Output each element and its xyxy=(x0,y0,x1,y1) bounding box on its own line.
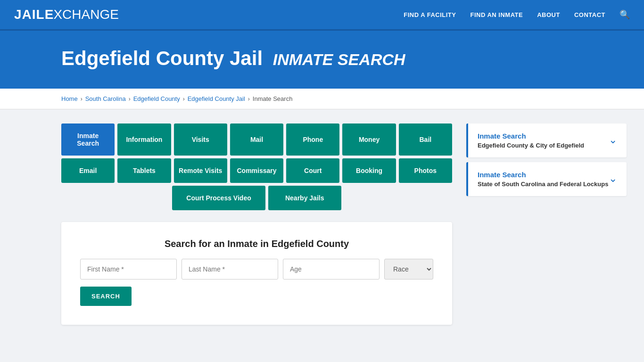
btn-money[interactable]: Money xyxy=(342,123,396,156)
sidebar-item-2[interactable]: Inmate Search State of South Carolina an… xyxy=(466,162,627,196)
search-form-title: Search for an Inmate in Edgefield County xyxy=(80,239,433,249)
nav-find-facility-link[interactable]: FIND A FACILITY xyxy=(404,11,456,18)
btn-nearby-jails[interactable]: Nearby Jails xyxy=(268,186,341,210)
nav-links: FIND A FACILITY FIND AN INMATE ABOUT CON… xyxy=(404,9,630,20)
logo-exchange: EXCHANGE xyxy=(45,7,119,22)
search-form-box: Search for an Inmate in Edgefield County… xyxy=(61,222,452,325)
nav-find-inmate[interactable]: FIND AN INMATE xyxy=(470,10,523,19)
nav-about-link[interactable]: ABOUT xyxy=(537,11,560,18)
breadcrumb-ecj[interactable]: Edgefield County Jail xyxy=(188,95,245,102)
logo-xchange: XCHANGE xyxy=(53,7,118,22)
btn-commissary[interactable]: Commissary xyxy=(230,158,283,183)
logo: JAILEXCHANGE xyxy=(14,7,119,22)
breadcrumb-sep-3: › xyxy=(183,96,185,102)
main-content: Inmate Search Information Visits Mail Ph… xyxy=(0,109,644,339)
breadcrumb: Home › South Carolina › Edgefield County… xyxy=(0,89,644,109)
breadcrumb-ec[interactable]: Edgefield County xyxy=(133,95,180,102)
btn-bail[interactable]: Bail xyxy=(399,123,452,156)
sidebar-item-2-subtitle: State of South Carolina and Federal Lock… xyxy=(478,181,608,188)
breadcrumb-sep-2: › xyxy=(129,96,131,102)
nav-button-row-1: Inmate Search Information Visits Mail Ph… xyxy=(61,123,452,156)
nav-button-row-2: Email Tablets Remote Visits Commissary C… xyxy=(61,158,452,183)
nav-find-inmate-link[interactable]: FIND AN INMATE xyxy=(470,11,523,18)
nav-button-row-3: Court Process Video Nearby Jails xyxy=(61,186,452,210)
last-name-input[interactable] xyxy=(182,259,278,280)
race-select[interactable]: Race White Black Hispanic Asian Other xyxy=(384,259,433,280)
left-section: Inmate Search Information Visits Mail Ph… xyxy=(61,123,452,325)
search-submit-button[interactable]: SEARCH xyxy=(80,287,132,306)
form-row-names: Race White Black Hispanic Asian Other xyxy=(80,259,433,280)
breadcrumb-sep-1: › xyxy=(81,96,83,102)
btn-information[interactable]: Information xyxy=(117,123,171,156)
first-name-input[interactable] xyxy=(80,259,177,280)
nav-about[interactable]: ABOUT xyxy=(537,10,560,19)
btn-photos[interactable]: Photos xyxy=(399,158,452,183)
btn-court[interactable]: Court xyxy=(286,158,339,183)
breadcrumb-home[interactable]: Home xyxy=(61,95,78,102)
btn-tablets[interactable]: Tablets xyxy=(117,158,171,183)
btn-mail[interactable]: Mail xyxy=(230,123,283,156)
btn-remote-visits[interactable]: Remote Visits xyxy=(174,158,227,183)
sidebar-item-1[interactable]: Inmate Search Edgefield County & City of… xyxy=(466,123,627,157)
sidebar-item-2-text: Inmate Search State of South Carolina an… xyxy=(478,171,608,188)
hero-subtitle: INMATE SEARCH xyxy=(273,50,405,68)
btn-phone[interactable]: Phone xyxy=(286,123,339,156)
nav-find-facility[interactable]: FIND A FACILITY xyxy=(404,10,456,19)
hero-section: Edgefield County Jail INMATE SEARCH xyxy=(0,31,644,89)
chevron-down-icon-1: ⌄ xyxy=(609,134,617,146)
btn-inmate-search[interactable]: Inmate Search xyxy=(61,123,115,156)
navbar: JAILEXCHANGE FIND A FACILITY FIND AN INM… xyxy=(0,0,644,31)
sidebar: Inmate Search Edgefield County & City of… xyxy=(466,123,627,197)
sidebar-gap xyxy=(466,158,627,162)
sidebar-item-1-title: Inmate Search xyxy=(478,132,584,140)
btn-booking[interactable]: Booking xyxy=(342,158,396,183)
logo-jail: JAIL xyxy=(14,7,45,22)
chevron-down-icon-2: ⌄ xyxy=(609,173,617,185)
breadcrumb-current: Inmate Search xyxy=(253,95,293,102)
search-icon[interactable]: 🔍 xyxy=(619,10,630,19)
sidebar-item-1-subtitle: Edgefield County & City of Edgefield xyxy=(478,142,584,149)
sidebar-item-2-title: Inmate Search xyxy=(478,171,608,179)
nav-contact-link[interactable]: CONTACT xyxy=(574,11,605,18)
btn-visits[interactable]: Visits xyxy=(174,123,227,156)
btn-email[interactable]: Email xyxy=(61,158,115,183)
breadcrumb-sc[interactable]: South Carolina xyxy=(85,95,126,102)
nav-contact[interactable]: CONTACT xyxy=(574,10,605,19)
nav-search-icon[interactable]: 🔍 xyxy=(619,9,630,20)
sidebar-item-1-text: Inmate Search Edgefield County & City of… xyxy=(478,132,584,149)
page-title: Edgefield County Jail INMATE SEARCH xyxy=(61,47,630,70)
logo-x: E xyxy=(45,7,54,22)
hero-title: Edgefield County Jail xyxy=(61,47,263,69)
btn-court-process-video[interactable]: Court Process Video xyxy=(172,186,265,210)
breadcrumb-sep-4: › xyxy=(248,96,250,102)
age-input[interactable] xyxy=(283,259,380,280)
